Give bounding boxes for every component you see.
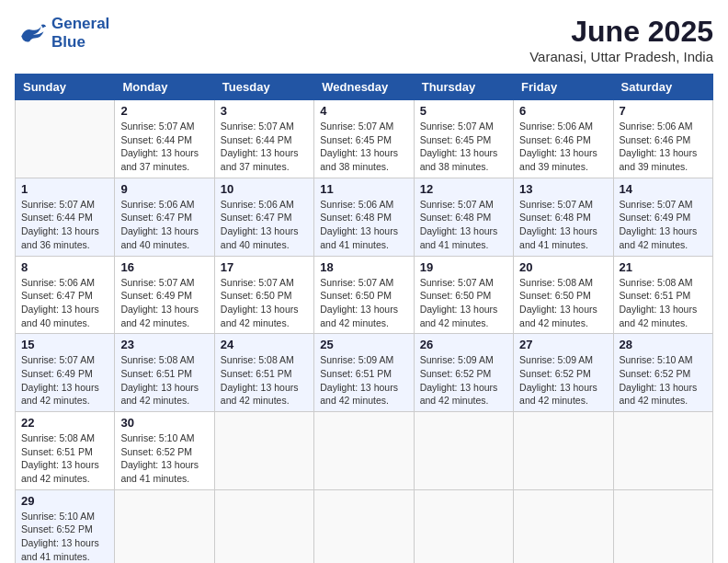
day-info: Sunrise: 5:06 AMSunset: 6:47 PMDaylight:… (120, 198, 208, 252)
day-number: 27 (519, 338, 607, 351)
day-info: Sunrise: 5:09 AMSunset: 6:52 PMDaylight:… (420, 353, 507, 408)
calendar-cell (314, 489, 414, 563)
calendar-cell (514, 489, 613, 563)
day-info: Sunrise: 5:07 AMSunset: 6:49 PMDaylight:… (21, 353, 108, 408)
page-header: General Blue June 2025 Varanasi, Uttar P… (15, 15, 713, 64)
calendar-cell: 7Sunrise: 5:06 AMSunset: 6:46 PMDaylight… (613, 100, 712, 178)
weekday-header-friday: Friday (514, 75, 613, 100)
day-info: Sunrise: 5:09 AMSunset: 6:51 PMDaylight:… (320, 353, 407, 408)
calendar-cell: 23Sunrise: 5:08 AMSunset: 6:51 PMDayligh… (115, 334, 214, 412)
calendar-cell: 5Sunrise: 5:07 AMSunset: 6:45 PMDaylight… (414, 100, 513, 178)
calendar-row: 15Sunrise: 5:07 AMSunset: 6:49 PMDayligh… (16, 334, 713, 412)
calendar-table: SundayMondayTuesdayWednesdayThursdayFrid… (15, 74, 713, 563)
day-info: Sunrise: 5:07 AMSunset: 6:45 PMDaylight:… (320, 120, 407, 174)
calendar-cell: 18Sunrise: 5:07 AMSunset: 6:50 PMDayligh… (314, 256, 414, 334)
day-number: 21 (620, 260, 707, 274)
calendar-cell: 19Sunrise: 5:07 AMSunset: 6:50 PMDayligh… (414, 256, 513, 334)
day-info: Sunrise: 5:07 AMSunset: 6:48 PMDaylight:… (420, 198, 507, 252)
day-number: 15 (21, 338, 108, 351)
calendar-cell: 25Sunrise: 5:09 AMSunset: 6:51 PMDayligh… (314, 334, 414, 412)
day-number: 6 (519, 104, 607, 118)
day-number: 1 (21, 182, 108, 196)
calendar-title-area: June 2025 Varanasi, Uttar Pradesh, India (529, 15, 713, 64)
calendar-cell: 20Sunrise: 5:08 AMSunset: 6:50 PMDayligh… (514, 256, 613, 334)
calendar-cell: 28Sunrise: 5:10 AMSunset: 6:52 PMDayligh… (613, 334, 712, 412)
day-info: Sunrise: 5:07 AMSunset: 6:44 PMDaylight:… (120, 120, 208, 174)
weekday-header-thursday: Thursday (414, 75, 513, 100)
day-number: 2 (120, 104, 208, 118)
calendar-cell (214, 489, 313, 563)
day-info: Sunrise: 5:06 AMSunset: 6:47 PMDaylight:… (221, 198, 308, 252)
logo-text: General Blue (51, 15, 109, 52)
weekday-header-saturday: Saturday (613, 75, 712, 100)
calendar-cell: 4Sunrise: 5:07 AMSunset: 6:45 PMDaylight… (314, 100, 414, 178)
calendar-row: 22Sunrise: 5:08 AMSunset: 6:51 PMDayligh… (16, 412, 713, 490)
calendar-cell: 9Sunrise: 5:06 AMSunset: 6:47 PMDaylight… (115, 178, 214, 256)
day-info: Sunrise: 5:07 AMSunset: 6:49 PMDaylight:… (620, 198, 707, 252)
day-number: 24 (221, 338, 308, 351)
day-number: 3 (221, 104, 308, 118)
logo: General Blue (15, 15, 109, 52)
calendar-cell: 16Sunrise: 5:07 AMSunset: 6:49 PMDayligh… (115, 256, 214, 334)
day-info: Sunrise: 5:08 AMSunset: 6:50 PMDaylight:… (519, 276, 607, 330)
day-number: 18 (320, 260, 407, 274)
day-info: Sunrise: 5:06 AMSunset: 6:46 PMDaylight:… (620, 120, 707, 174)
calendar-row: 2Sunrise: 5:07 AMSunset: 6:44 PMDaylight… (16, 100, 713, 178)
calendar-cell (214, 412, 313, 490)
calendar-cell (514, 412, 613, 490)
day-info: Sunrise: 5:09 AMSunset: 6:52 PMDaylight:… (519, 353, 607, 408)
day-info: Sunrise: 5:08 AMSunset: 6:51 PMDaylight:… (620, 276, 707, 330)
day-info: Sunrise: 5:10 AMSunset: 6:52 PMDaylight:… (620, 353, 707, 408)
day-info: Sunrise: 5:07 AMSunset: 6:44 PMDaylight:… (221, 120, 308, 174)
calendar-cell: 12Sunrise: 5:07 AMSunset: 6:48 PMDayligh… (414, 178, 513, 256)
calendar-cell: 6Sunrise: 5:06 AMSunset: 6:46 PMDaylight… (514, 100, 613, 178)
calendar-cell: 3Sunrise: 5:07 AMSunset: 6:44 PMDaylight… (214, 100, 313, 178)
location-subtitle: Varanasi, Uttar Pradesh, India (529, 49, 713, 64)
calendar-cell: 15Sunrise: 5:07 AMSunset: 6:49 PMDayligh… (16, 334, 115, 412)
weekday-header-tuesday: Tuesday (214, 75, 313, 100)
day-number: 29 (21, 494, 108, 508)
day-number: 28 (620, 338, 707, 351)
calendar-cell: 21Sunrise: 5:08 AMSunset: 6:51 PMDayligh… (613, 256, 712, 334)
day-number: 12 (420, 182, 507, 196)
day-info: Sunrise: 5:07 AMSunset: 6:50 PMDaylight:… (420, 276, 507, 330)
day-number: 10 (221, 182, 308, 196)
day-info: Sunrise: 5:07 AMSunset: 6:44 PMDaylight:… (21, 198, 108, 252)
day-number: 30 (120, 416, 208, 430)
calendar-cell: 17Sunrise: 5:07 AMSunset: 6:50 PMDayligh… (214, 256, 313, 334)
calendar-cell (16, 100, 115, 178)
calendar-cell: 1Sunrise: 5:07 AMSunset: 6:44 PMDaylight… (16, 178, 115, 256)
day-number: 9 (120, 182, 208, 196)
day-info: Sunrise: 5:08 AMSunset: 6:51 PMDaylight:… (21, 431, 108, 486)
day-number: 8 (21, 260, 108, 274)
day-info: Sunrise: 5:07 AMSunset: 6:48 PMDaylight:… (519, 198, 607, 252)
day-number: 5 (420, 104, 507, 118)
day-number: 25 (320, 338, 407, 351)
logo-icon (15, 19, 48, 47)
calendar-cell: 11Sunrise: 5:06 AMSunset: 6:48 PMDayligh… (314, 178, 414, 256)
calendar-cell: 10Sunrise: 5:06 AMSunset: 6:47 PMDayligh… (214, 178, 313, 256)
weekday-header-wednesday: Wednesday (314, 75, 414, 100)
calendar-cell (414, 489, 513, 563)
day-number: 20 (519, 260, 607, 274)
calendar-cell (613, 489, 712, 563)
calendar-cell (115, 489, 214, 563)
day-number: 19 (420, 260, 507, 274)
day-info: Sunrise: 5:07 AMSunset: 6:49 PMDaylight:… (120, 276, 208, 330)
calendar-cell: 2Sunrise: 5:07 AMSunset: 6:44 PMDaylight… (115, 100, 214, 178)
calendar-row: 1Sunrise: 5:07 AMSunset: 6:44 PMDaylight… (16, 178, 713, 256)
calendar-cell: 14Sunrise: 5:07 AMSunset: 6:49 PMDayligh… (613, 178, 712, 256)
day-number: 23 (120, 338, 208, 351)
calendar-cell (613, 412, 712, 490)
calendar-cell: 24Sunrise: 5:08 AMSunset: 6:51 PMDayligh… (214, 334, 313, 412)
calendar-cell: 27Sunrise: 5:09 AMSunset: 6:52 PMDayligh… (514, 334, 613, 412)
day-info: Sunrise: 5:06 AMSunset: 6:46 PMDaylight:… (519, 120, 607, 174)
day-number: 16 (120, 260, 208, 274)
calendar-cell: 13Sunrise: 5:07 AMSunset: 6:48 PMDayligh… (514, 178, 613, 256)
day-number: 14 (620, 182, 707, 196)
day-info: Sunrise: 5:06 AMSunset: 6:47 PMDaylight:… (21, 276, 108, 330)
calendar-row: 8Sunrise: 5:06 AMSunset: 6:47 PMDaylight… (16, 256, 713, 334)
weekday-header-monday: Monday (115, 75, 214, 100)
day-number: 4 (320, 104, 407, 118)
calendar-row: 29Sunrise: 5:10 AMSunset: 6:52 PMDayligh… (16, 489, 713, 563)
